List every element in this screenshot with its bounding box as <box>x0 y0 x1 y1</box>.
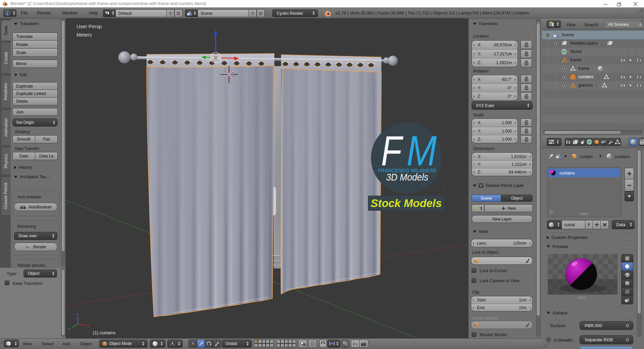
svg-text:M: M <box>407 127 437 174</box>
svg-text:3D Models: 3D Models <box>386 172 428 183</box>
svg-text:(1) curtains: (1) curtains <box>93 330 116 335</box>
svg-text:z: z <box>77 312 79 316</box>
svg-text:Stock Models: Stock Models <box>371 197 442 209</box>
svg-text:Meters: Meters <box>76 32 92 38</box>
svg-text:i: i <box>7 11 8 15</box>
svg-text:User Persp: User Persp <box>76 23 102 29</box>
svg-text:x: x <box>87 324 89 328</box>
svg-text:F: F <box>381 127 404 174</box>
svg-text:y: y <box>68 326 70 330</box>
